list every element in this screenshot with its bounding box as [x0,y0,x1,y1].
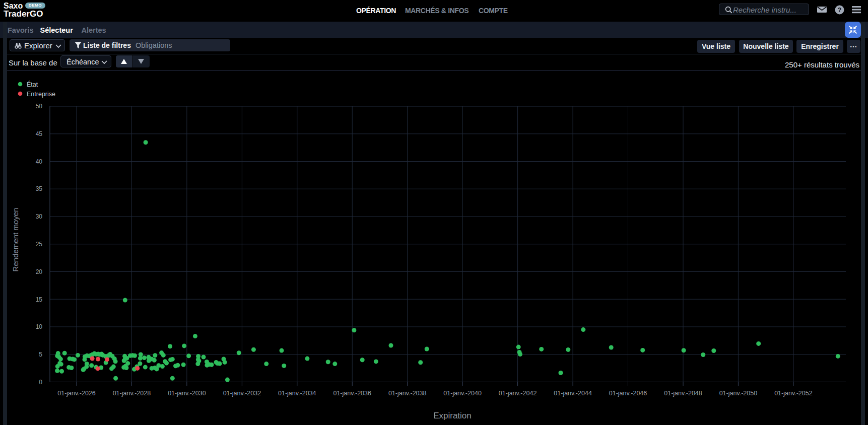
svg-text:01-janv.-2036: 01-janv.-2036 [333,390,371,397]
svg-text:35: 35 [36,185,43,192]
svg-text:01-janv.-2038: 01-janv.-2038 [388,390,427,397]
svg-text:01-janv.-2046: 01-janv.-2046 [609,390,647,397]
svg-text:0: 0 [39,379,42,386]
svg-text:01-janv.-2034: 01-janv.-2034 [278,390,316,397]
svg-text:Expiration: Expiration [433,411,472,420]
svg-text:45: 45 [36,130,43,137]
svg-text:?: ? [838,6,842,14]
svg-text:25: 25 [36,241,43,248]
svg-text:Entreprise: Entreprise [27,91,55,98]
svg-text:01-janv.-2040: 01-janv.-2040 [443,390,482,397]
svg-text:État: État [27,81,38,88]
svg-text:01-janv.-2048: 01-janv.-2048 [664,390,702,397]
svg-text:15: 15 [36,296,43,303]
svg-text:40: 40 [36,158,43,165]
svg-text:01-janv.-2050: 01-janv.-2050 [719,390,758,397]
svg-text:10: 10 [36,323,43,330]
svg-text:01-janv.-2032: 01-janv.-2032 [223,390,261,397]
svg-text:30: 30 [36,213,43,220]
svg-text:50: 50 [36,103,43,110]
svg-text:5: 5 [39,351,42,358]
svg-text:Rendement moyen: Rendement moyen [11,208,20,272]
svg-text:01-janv.-2042: 01-janv.-2042 [499,390,537,397]
svg-text:01-janv.-2044: 01-janv.-2044 [554,390,592,397]
svg-text:01-janv.-2028: 01-janv.-2028 [113,390,151,397]
svg-text:01-janv.-2026: 01-janv.-2026 [57,390,96,397]
svg-text:01-janv.-2052: 01-janv.-2052 [774,390,813,397]
svg-text:01-janv.-2030: 01-janv.-2030 [168,390,206,397]
svg-text:20: 20 [36,268,43,275]
